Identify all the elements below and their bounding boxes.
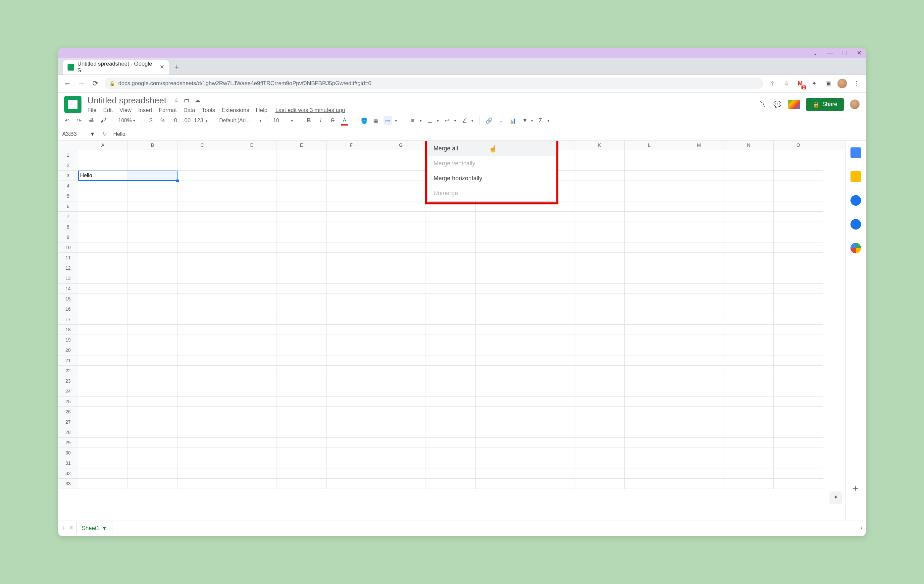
cell[interactable] [227,201,277,212]
row-header[interactable]: 13 [58,273,78,284]
col-header[interactable]: D [227,141,277,150]
cell[interactable] [277,386,327,396]
cell[interactable] [227,263,277,273]
cell[interactable] [774,263,823,273]
cell[interactable] [774,304,823,314]
cell[interactable] [227,376,277,386]
cell[interactable] [327,222,376,232]
cell[interactable] [674,396,724,407]
cell[interactable] [525,355,575,366]
zoom-select[interactable]: 100%▼ [118,117,136,124]
cell[interactable] [227,171,277,181]
cell[interactable] [277,222,327,232]
cell[interactable] [625,150,674,160]
menu-extensions[interactable]: Extensions [221,107,249,114]
cell[interactable] [674,232,724,243]
cell[interactable] [774,376,823,386]
cell[interactable] [78,212,128,222]
cell[interactable] [724,437,774,448]
row-header[interactable]: 7 [58,212,78,222]
cell[interactable] [525,294,575,304]
cell[interactable] [277,284,327,294]
cell[interactable] [78,273,128,284]
cell[interactable] [227,181,277,191]
cell[interactable] [575,407,625,417]
cell[interactable] [128,171,178,181]
cell[interactable] [327,284,376,294]
cell[interactable] [525,284,575,294]
cell[interactable] [575,345,625,355]
star-icon[interactable]: ☆ [782,79,791,88]
row-header[interactable]: 14 [58,284,78,294]
new-tab-button[interactable]: + [171,61,183,73]
cell[interactable] [128,201,178,212]
cell[interactable] [327,325,376,335]
cell[interactable] [774,150,823,160]
cell[interactable] [78,191,128,201]
cell[interactable] [475,448,525,458]
cell[interactable] [724,222,774,232]
cell[interactable] [277,355,327,366]
cell[interactable] [327,478,376,489]
spreadsheet-grid[interactable]: A B C D E F G H I J K L M N O 123Hello45… [58,141,845,520]
scroll-tabs-right-icon[interactable]: › [860,525,862,531]
cell[interactable] [128,160,178,171]
cell[interactable] [277,243,327,253]
cell[interactable] [78,222,128,232]
cell[interactable] [475,232,525,243]
cell[interactable] [128,448,178,458]
cell[interactable] [525,201,575,212]
row-header[interactable]: 20 [58,345,78,355]
add-addon-icon[interactable]: + [850,483,861,493]
row-header[interactable]: 18 [58,325,78,335]
row-header[interactable]: 26 [58,407,78,417]
cell[interactable] [475,325,525,335]
cell[interactable] [575,335,625,345]
cell[interactable] [376,212,426,222]
cell[interactable] [475,376,525,386]
cell[interactable] [376,376,426,386]
row-header[interactable]: 4 [58,181,78,191]
menu-insert[interactable]: Insert [138,107,152,114]
cell[interactable] [674,386,724,396]
cell[interactable] [277,314,327,325]
cell[interactable] [426,478,475,489]
cell[interactable] [724,294,774,304]
comment-history-icon[interactable]: 💬 [773,100,782,109]
cell[interactable] [426,366,475,376]
col-header[interactable]: C [178,141,227,150]
decimal-increase-icon[interactable]: .00 [183,116,191,125]
cell[interactable] [376,273,426,284]
extensions-icon[interactable]: ✦ [809,79,819,88]
cell[interactable] [475,273,525,284]
cell[interactable] [475,284,525,294]
menu-help[interactable]: Help [256,107,267,114]
row-header[interactable]: 21 [58,355,78,366]
cell[interactable] [575,458,625,469]
cell[interactable] [227,212,277,222]
cell[interactable] [78,181,128,191]
cell[interactable] [575,191,625,201]
cell[interactable] [327,366,376,376]
cell[interactable] [674,355,724,366]
cell[interactable] [227,335,277,345]
formula-bar[interactable]: Hello [111,131,866,137]
cell[interactable] [227,191,277,201]
cell[interactable] [426,376,475,386]
redo-icon[interactable]: ↷ [75,116,83,125]
row-header[interactable]: 33 [58,478,78,489]
cell[interactable] [774,314,823,325]
cell[interactable] [724,366,774,376]
cell[interactable] [774,469,823,478]
cloud-icon[interactable]: ☁ [195,97,200,104]
cell[interactable] [575,201,625,212]
cell[interactable] [774,335,823,345]
maximize-icon[interactable]: ☐ [842,49,848,57]
cell[interactable] [178,458,227,469]
cell[interactable] [277,253,327,263]
cell[interactable] [178,469,227,478]
strike-icon[interactable]: S [328,116,337,125]
cell[interactable] [327,304,376,314]
cell[interactable] [128,355,178,366]
cell[interactable] [724,232,774,243]
